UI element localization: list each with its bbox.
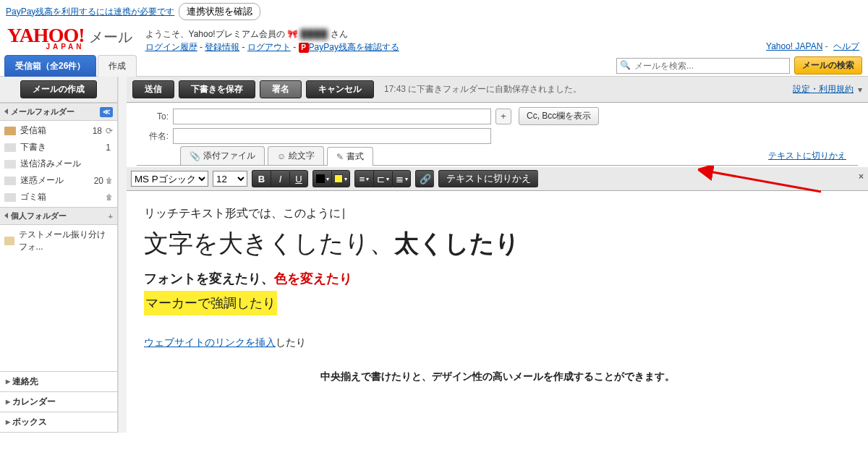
sidebar-item-draft[interactable]: 下書き1 <box>0 139 117 156</box>
sidebar-item-count: 20 <box>94 176 103 186</box>
link-button[interactable]: 🔗 <box>415 170 434 187</box>
tab-compose[interactable]: 作成 <box>98 55 137 77</box>
search-input[interactable] <box>616 58 790 74</box>
sidebar-item-label: 下書き <box>20 141 46 153</box>
text-switch-link[interactable]: テキストに切りかえ <box>768 150 846 165</box>
emoji-icon: ☺ <box>277 151 286 161</box>
to-field[interactable] <box>173 109 491 124</box>
subject-field[interactable] <box>173 128 491 144</box>
to-label: To: <box>137 111 169 122</box>
list-button[interactable]: ≣▾ <box>392 170 411 187</box>
tab-inbox[interactable]: 受信箱（全26件） <box>4 55 96 77</box>
sidebar-item-spam[interactable]: 迷惑メール20🗑 <box>0 172 117 189</box>
show-ccbcc-button[interactable]: Cc, Bcc欄を表示 <box>519 107 599 125</box>
editor-line-3: フォントを変えたり、色を変えたり <box>144 266 851 291</box>
sidebar-item-count: 18 <box>93 126 102 136</box>
collapse-icon[interactable]: ≪ <box>100 107 113 117</box>
sidebar-bottom-連絡先[interactable]: 連絡先 <box>0 372 117 392</box>
annotation-arrow <box>698 166 828 195</box>
settings-link[interactable]: 設定・利用規約 <box>793 83 854 95</box>
sidebar-item-label: 送信済みメール <box>20 158 81 170</box>
emoji-tab[interactable]: ☺絵文字 <box>268 146 324 165</box>
welcome-prefix: ようこそ、Yahoo!プレミアム会員の <box>145 29 285 39</box>
paypay-link-notice[interactable]: PayPay残高を利用するには連携が必要です <box>6 6 174 18</box>
add-folder-icon[interactable]: + <box>109 212 113 221</box>
rich-text-editor[interactable]: リッチテキスト形式では、このように 文字を大きくしたり、太くしたり フォントを変… <box>127 191 868 397</box>
italic-button[interactable]: I <box>271 170 289 187</box>
sidebar-bottom-カレンダー[interactable]: カレンダー <box>0 392 117 412</box>
folder-icon <box>4 237 14 245</box>
sidebar: メールの作成 メールフォルダー ≪ 受信箱18⟳下書き1送信済みメール迷惑メール… <box>0 77 118 433</box>
cancel-button[interactable]: キャンセル <box>306 80 374 98</box>
inbox-icon <box>4 127 16 135</box>
editor-link[interactable]: ウェブサイトのリンクを挿入 <box>144 336 276 348</box>
empty-icon[interactable]: 🗑 <box>106 193 113 201</box>
paypay-icon: P <box>299 43 309 53</box>
format-tab[interactable]: ✎書式 <box>327 147 373 166</box>
sidebar-hdr-personal-folders[interactable]: 個人フォルダー + <box>0 207 117 225</box>
draft-icon <box>4 143 16 152</box>
bold-button[interactable]: B <box>252 170 271 187</box>
attach-tab[interactable]: 📎添付ファイル <box>180 146 265 165</box>
editor-link-suffix: したり <box>276 336 306 348</box>
help-link[interactable]: ヘルプ <box>833 41 859 51</box>
mail-label: メール <box>89 27 132 47</box>
logout-link[interactable]: ログアウト <box>247 42 291 52</box>
close-toolbar-icon[interactable]: × <box>859 171 864 182</box>
underline-button[interactable]: U <box>289 170 308 187</box>
font-family-select[interactable]: MS Pゴシック <box>131 171 208 187</box>
highlight-button[interactable]: ▾ <box>331 170 350 187</box>
ribbon-icon: 🎀 <box>287 29 298 39</box>
sidebar-item-count: 1 <box>106 143 111 153</box>
editor-big-line: 文字を大きくしたり、太くしたり <box>144 227 851 260</box>
reg-info-link[interactable]: 登録情報 <box>205 42 239 52</box>
editor-line-1: リッチテキスト形式では、このように <box>144 203 851 224</box>
search-button[interactable]: メールの検索 <box>794 56 862 75</box>
sidebar-item-label: ゴミ箱 <box>20 191 46 203</box>
login-history-link[interactable]: ログイン履歴 <box>145 42 197 52</box>
format-icon: ✎ <box>336 152 344 162</box>
check-link-status-button[interactable]: 連携状態を確認 <box>179 3 260 20</box>
editor-line-4: マーカーで強調したり <box>144 291 277 315</box>
sidebar-item-label: 迷惑メール <box>20 174 64 187</box>
welcome-suffix: さん <box>331 29 348 39</box>
font-color-button[interactable]: ▾ <box>312 170 331 187</box>
compose-mail-button[interactable]: メールの作成 <box>20 80 97 98</box>
sidebar-item-trash[interactable]: ゴミ箱🗑 <box>0 189 117 205</box>
username-blurred: ████ <box>300 29 328 39</box>
sidebar-item-inbox[interactable]: 受信箱18⟳ <box>0 122 117 139</box>
sidebar-scrollbar[interactable] <box>118 77 127 433</box>
header: YAHOO! JAPAN メール ようこそ、Yahoo!プレミアム会員の 🎀 █… <box>0 23 868 55</box>
trash-icon <box>4 193 16 202</box>
yahoo-japan-link[interactable]: Yahoo! JAPAN <box>766 41 822 51</box>
sidebar-item-label: テストメール振り分けフォ... <box>19 229 113 253</box>
yahoo-logo[interactable]: YAHOO! <box>7 28 85 43</box>
empty-icon[interactable]: 🗑 <box>106 177 113 184</box>
align-button[interactable]: ≡▾ <box>354 170 373 187</box>
save-draft-button[interactable]: 下書きを保存 <box>179 80 255 98</box>
indent-button[interactable]: ⊏▾ <box>373 170 392 187</box>
search-icon: 🔍 <box>620 60 631 70</box>
sidebar-item-label: 受信箱 <box>20 124 46 137</box>
subject-label: 件名: <box>137 130 169 143</box>
reload-icon[interactable]: ⟳ <box>106 126 113 136</box>
sidebar-item-sent[interactable]: 送信済みメール <box>0 156 117 172</box>
svg-line-1 <box>709 171 821 192</box>
format-toolbar: MS Pゴシック 12 B I U ▾ ▾ ≡▾ ⊏▾ ≣▾ 🔗 テキストに切り… <box>127 167 868 191</box>
editor-center-line: 中央揃えで書けたりと、デザイン性の高いメールを作成することができます。 <box>144 367 851 386</box>
spam-icon <box>4 177 16 185</box>
sidebar-hdr-mail-folders[interactable]: メールフォルダー ≪ <box>0 103 117 121</box>
add-recipient-button[interactable]: + <box>495 109 511 124</box>
paperclip-icon: 📎 <box>190 151 200 161</box>
autosave-status: 17:43 に下書きフォルダーに自動保存されました。 <box>384 83 582 95</box>
paypay-balance-link[interactable]: PayPay残高を確認する <box>309 42 399 52</box>
font-size-select[interactable]: 12 <box>213 171 247 187</box>
sidebar-bottom-ボックス[interactable]: ボックス <box>0 412 117 433</box>
sidebar-item-personal-folder[interactable]: テストメール振り分けフォ... <box>0 226 117 255</box>
switch-to-text-button[interactable]: テキストに切りかえ <box>438 170 538 187</box>
signature-button[interactable]: 署名 <box>260 80 302 98</box>
sent-icon <box>4 160 16 169</box>
send-button[interactable]: 送信 <box>132 80 174 98</box>
